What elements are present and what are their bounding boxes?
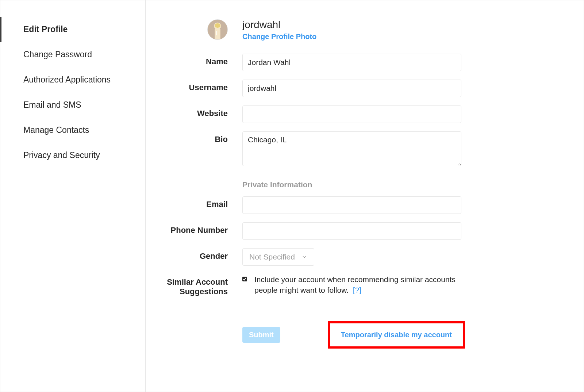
- website-row: Website: [160, 105, 562, 123]
- website-input[interactable]: [242, 105, 461, 123]
- gender-select-value: Not Specified: [249, 253, 295, 261]
- sidebar-item-privacy-security[interactable]: Privacy and Security: [0, 143, 145, 168]
- bio-textarea[interactable]: Chicago, IL: [242, 131, 461, 166]
- chevron-down-icon: [301, 254, 307, 260]
- username-row: Username: [160, 80, 562, 97]
- sidebar-item-authorized-applications[interactable]: Authorized Applications: [0, 67, 145, 92]
- sidebar-item-manage-contacts[interactable]: Manage Contacts: [0, 118, 145, 143]
- svg-rect-2: [215, 29, 220, 39]
- name-row: Name: [160, 54, 562, 71]
- avatar-image-icon: [208, 20, 227, 39]
- temporarily-disable-account-link[interactable]: Temporarily disable my account: [341, 331, 452, 339]
- settings-sidebar: Edit Profile Change Password Authorized …: [0, 0, 146, 392]
- gender-label: Gender: [160, 248, 242, 261]
- profile-header: jordwahl Change Profile Photo: [160, 19, 562, 41]
- similar-account-row: Similar Account Suggestions Include your…: [160, 274, 562, 297]
- phone-label: Phone Number: [160, 222, 242, 235]
- name-input[interactable]: [242, 54, 461, 71]
- avatar-column: [160, 19, 242, 40]
- submit-button[interactable]: Submit: [242, 327, 280, 343]
- profile-username: jordwahl: [242, 19, 316, 31]
- email-row: Email: [160, 196, 562, 214]
- email-label: Email: [160, 196, 242, 209]
- email-input[interactable]: [242, 196, 461, 214]
- disable-account-highlight: Temporarily disable my account: [328, 321, 465, 349]
- bio-label: Bio: [160, 131, 242, 144]
- similar-account-label: Similar Account Suggestions: [160, 274, 242, 297]
- phone-row: Phone Number: [160, 222, 562, 240]
- username-input[interactable]: [242, 80, 461, 97]
- sidebar-item-email-sms[interactable]: Email and SMS: [0, 92, 145, 118]
- bio-row: Bio Chicago, IL: [160, 131, 562, 168]
- name-label: Name: [160, 54, 242, 66]
- username-label: Username: [160, 80, 242, 92]
- phone-input[interactable]: [242, 222, 461, 240]
- similar-account-checkbox[interactable]: [242, 276, 247, 283]
- website-label: Website: [160, 105, 242, 118]
- svg-rect-3: [216, 31, 217, 35]
- similar-account-description: Include your account when recommending s…: [254, 274, 461, 296]
- change-profile-photo-link[interactable]: Change Profile Photo: [242, 32, 316, 41]
- profile-header-text: jordwahl Change Profile Photo: [242, 19, 316, 41]
- gender-row: Gender Not Specified: [160, 248, 562, 266]
- settings-page: Edit Profile Change Password Authorized …: [0, 0, 584, 392]
- edit-profile-form: jordwahl Change Profile Photo Name Usern…: [146, 0, 584, 392]
- avatar[interactable]: [207, 19, 228, 40]
- private-info-heading: Private Information: [242, 180, 461, 189]
- sidebar-item-edit-profile[interactable]: Edit Profile: [0, 17, 145, 42]
- private-info-heading-row: Private Information: [160, 180, 562, 189]
- gender-select[interactable]: Not Specified: [242, 248, 314, 266]
- actions-row-wrap: Submit Temporarily disable my account: [160, 305, 562, 349]
- sidebar-item-change-password[interactable]: Change Password: [0, 42, 145, 67]
- similar-account-help-link[interactable]: [?]: [353, 286, 361, 294]
